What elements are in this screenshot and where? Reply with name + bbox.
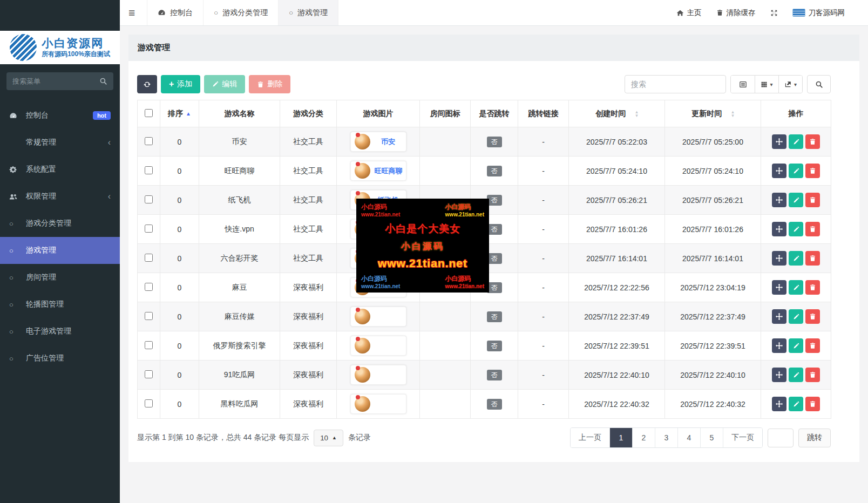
cell-category: 深夜福利 — [280, 273, 337, 302]
search-icon[interactable] — [99, 77, 107, 85]
row-delete-button[interactable] — [805, 193, 820, 207]
cell-sort: 0 — [160, 186, 199, 215]
row-delete-button[interactable] — [805, 164, 820, 178]
sidebar-item-label: 权限管理 — [26, 192, 56, 201]
row-move-button[interactable] — [772, 338, 786, 353]
table-search-input[interactable] — [625, 75, 726, 93]
select-all-checkbox[interactable] — [145, 109, 153, 117]
row-edit-button[interactable] — [789, 251, 803, 266]
tab-控制台[interactable]: 控制台 — [147, 0, 203, 25]
row-move-button[interactable] — [772, 309, 786, 324]
columns-button[interactable]: ▾ — [755, 76, 778, 93]
refresh-button[interactable] — [137, 75, 157, 93]
sidebar-item-label: 房间管理 — [26, 273, 56, 282]
sidebar-item-权限管理[interactable]: 权限管理‹ — [0, 183, 120, 210]
sidebar-item-广告位管理[interactable]: ○广告位管理 — [0, 345, 120, 372]
row-edit-button[interactable] — [789, 193, 803, 207]
cell-game-name: 纸飞机 — [199, 186, 280, 215]
tab-游戏管理[interactable]: ○游戏管理 — [278, 0, 338, 25]
page-button-5[interactable]: 5 — [700, 428, 723, 447]
row-delete-button[interactable] — [805, 251, 820, 266]
row-edit-button[interactable] — [789, 397, 803, 411]
row-edit-button[interactable] — [789, 280, 803, 295]
page-button-上一页[interactable]: 上一页 — [571, 428, 609, 447]
cell-created: 2025/7/12 22:22:56 — [569, 273, 665, 302]
row-move-button[interactable] — [772, 251, 786, 266]
column-header-排序[interactable]: 排序▲ — [160, 100, 199, 127]
chevron-down-icon: ▾ — [794, 81, 797, 87]
sidebar-item-轮播图管理[interactable]: ○轮播图管理 — [0, 291, 120, 318]
row-move-button[interactable] — [772, 164, 786, 178]
row-delete-button[interactable] — [805, 397, 820, 411]
cell-game-image — [337, 331, 420, 361]
page-button-2[interactable]: 2 — [632, 428, 655, 447]
page-jump-button[interactable]: 跳转 — [798, 429, 831, 447]
row-checkbox[interactable] — [145, 137, 153, 145]
row-move-button[interactable] — [772, 397, 786, 411]
sidebar-item-系统配置[interactable]: 系统配置 — [0, 156, 120, 183]
row-move-button[interactable] — [772, 193, 786, 207]
records-summary: 显示第 1 到第 10 条记录，总共 44 条记录 每页显示 — [137, 433, 309, 443]
row-checkbox[interactable] — [145, 341, 153, 349]
delete-button[interactable]: 删除 — [249, 75, 290, 93]
sidebar-item-控制台[interactable]: 控制台hot — [0, 102, 120, 129]
row-checkbox[interactable] — [145, 166, 153, 174]
cell-game-name: 快连.vpn — [199, 215, 280, 244]
row-edit-button[interactable] — [789, 338, 803, 353]
row-delete-button[interactable] — [805, 368, 820, 382]
sort-icons: ▴▾ — [731, 110, 734, 118]
hamburger-icon[interactable]: ≡ — [128, 7, 135, 18]
row-checkbox[interactable] — [145, 312, 153, 320]
export-button[interactable]: ▾ — [778, 76, 802, 93]
sidebar-item-电子游戏管理[interactable]: ○电子游戏管理 — [0, 318, 120, 345]
sidebar-item-房间管理[interactable]: ○房间管理 — [0, 264, 120, 291]
page-button-下一页[interactable]: 下一页 — [723, 428, 762, 447]
detail-view-button[interactable] — [731, 76, 755, 93]
sidebar-item-游戏分类管理[interactable]: ○游戏分类管理 — [0, 210, 120, 237]
expand-icon[interactable] — [770, 9, 778, 17]
nav-item-主页[interactable]: 主页 — [676, 8, 702, 18]
column-header-创建时间[interactable]: 创建时间▴▾ — [569, 100, 665, 127]
edit-button[interactable]: 编辑 — [204, 75, 245, 93]
page-button-1[interactable]: 1 — [609, 428, 632, 447]
tab-游戏分类管理[interactable]: ○游戏分类管理 — [203, 0, 278, 25]
row-delete-button[interactable] — [805, 280, 820, 295]
row-delete-button[interactable] — [805, 338, 820, 353]
row-checkbox[interactable] — [145, 254, 153, 262]
row-delete-button[interactable] — [805, 309, 820, 324]
sidebar-search-input[interactable] — [12, 77, 99, 85]
row-move-button[interactable] — [772, 222, 786, 236]
table-footer: 显示第 1 到第 10 条记录，总共 44 条记录 每页显示 10▲ 条记录 上… — [137, 419, 831, 451]
row-move-button[interactable] — [772, 280, 786, 295]
sidebar-item-游戏管理[interactable]: ○游戏管理 — [0, 237, 120, 264]
page-button-3[interactable]: 3 — [655, 428, 677, 447]
row-checkbox[interactable] — [145, 399, 153, 407]
row-delete-button[interactable] — [805, 222, 820, 236]
row-move-button[interactable] — [772, 368, 786, 382]
row-checkbox[interactable] — [145, 225, 153, 233]
row-edit-button[interactable] — [789, 134, 803, 149]
row-checkbox[interactable] — [145, 370, 153, 378]
search-button[interactable] — [807, 75, 831, 93]
nav-item-清除缓存[interactable]: 清除缓存 — [716, 8, 756, 18]
row-delete-button[interactable] — [805, 134, 820, 149]
cell-created: 2025/7/7 05:26:21 — [569, 186, 665, 215]
add-button[interactable]: +添加 — [161, 75, 200, 93]
row-edit-button[interactable] — [789, 309, 803, 324]
page-jump-input[interactable] — [768, 429, 794, 447]
column-header-更新时间[interactable]: 更新时间▴▾ — [665, 100, 761, 127]
page-button-4[interactable]: 4 — [677, 428, 700, 447]
row-checkbox[interactable] — [145, 283, 153, 291]
row-checkbox[interactable] — [145, 195, 153, 203]
column-header-房间图标: 房间图标 — [420, 100, 471, 127]
circle-icon: ○ — [9, 355, 22, 363]
page-size-dropdown[interactable]: 10▲ — [314, 430, 343, 446]
cell-category: 社交工具 — [280, 186, 337, 215]
jump-badge: 否 — [487, 137, 502, 147]
row-edit-button[interactable] — [789, 222, 803, 236]
sidebar-item-常规管理[interactable]: 常规管理‹ — [0, 129, 120, 156]
row-edit-button[interactable] — [789, 368, 803, 382]
row-move-button[interactable] — [772, 134, 786, 149]
nav-item-刀客源码网[interactable]: 刀客源码网 — [792, 8, 845, 18]
row-edit-button[interactable] — [789, 164, 803, 178]
